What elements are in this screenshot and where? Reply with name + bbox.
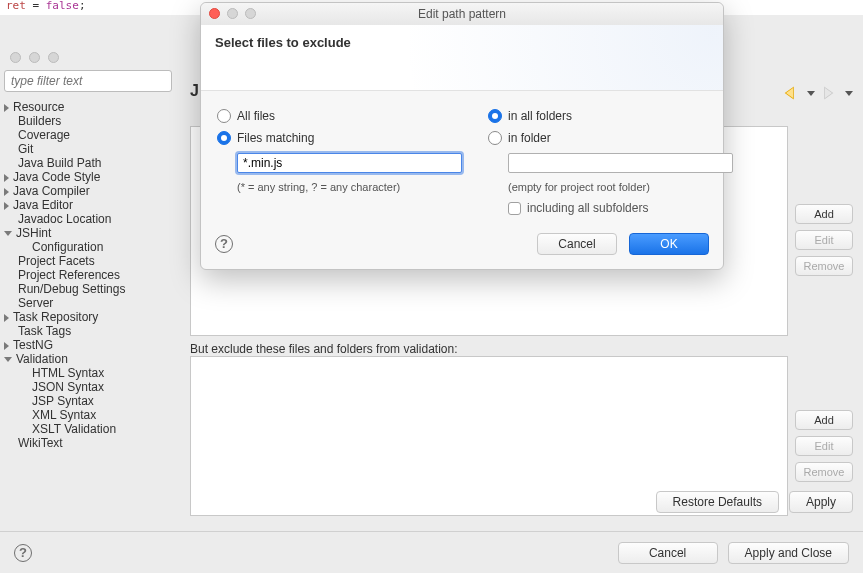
tree-item[interactable]: Git <box>4 142 182 156</box>
in-folder-radio[interactable]: in folder <box>488 131 733 145</box>
including-subfolders-checkbox[interactable]: including all subfolders <box>488 201 733 215</box>
modal-header: Select files to exclude <box>201 25 723 91</box>
tree-item[interactable]: Project Facets <box>4 254 182 268</box>
exclude-button-column: Add Edit Remove <box>795 410 853 482</box>
tree-item[interactable]: HTML Syntax <box>4 366 182 380</box>
modal-ok-button[interactable]: OK <box>629 233 709 255</box>
folder-input[interactable] <box>508 153 733 173</box>
tree-item[interactable]: Coverage <box>4 128 182 142</box>
forward-menu-icon[interactable] <box>845 91 853 96</box>
tree-item-label: JSP Syntax <box>32 394 94 408</box>
dialog-footer: ? Cancel Apply and Close <box>0 531 863 573</box>
tree-item[interactable]: TestNG <box>4 338 182 352</box>
radio-icon <box>217 109 231 123</box>
prefs-traffic-min[interactable] <box>29 52 40 63</box>
tree-item[interactable]: JSON Syntax <box>4 380 182 394</box>
tree-item-label: Java Build Path <box>18 156 101 170</box>
include-edit-button[interactable]: Edit <box>795 230 853 250</box>
tree-item-label: Builders <box>18 114 61 128</box>
in-all-folders-label: in all folders <box>508 109 572 123</box>
apply-button[interactable]: Apply <box>789 491 853 513</box>
tree-item-label: JSON Syntax <box>32 380 104 394</box>
tree-item-label: Server <box>18 296 53 310</box>
modal-titlebar[interactable]: Edit path pattern <box>201 3 723 25</box>
tree-item[interactable]: Validation <box>4 352 182 366</box>
preferences-tree: ResourceBuildersCoverageGitJava Build Pa… <box>4 100 182 450</box>
exclude-edit-button[interactable]: Edit <box>795 436 853 456</box>
modal-title: Edit path pattern <box>418 7 506 21</box>
include-button-column: Add Edit Remove <box>795 204 853 276</box>
chevron-down-icon[interactable] <box>4 231 12 236</box>
tree-item[interactable]: Java Compiler <box>4 184 182 198</box>
cancel-button[interactable]: Cancel <box>618 542 718 564</box>
tree-item-label: HTML Syntax <box>32 366 104 380</box>
tree-item-label: TestNG <box>13 338 53 352</box>
tree-item[interactable]: Project References <box>4 268 182 282</box>
radio-icon <box>217 131 231 145</box>
tree-item-label: Java Code Style <box>13 170 100 184</box>
prefs-traffic-close[interactable] <box>10 52 21 63</box>
back-icon[interactable] <box>783 86 801 100</box>
tree-item[interactable]: Task Repository <box>4 310 182 324</box>
chevron-right-icon[interactable] <box>4 342 9 350</box>
back-menu-icon[interactable] <box>807 91 815 96</box>
exclude-remove-button[interactable]: Remove <box>795 462 853 482</box>
chevron-right-icon[interactable] <box>4 314 9 322</box>
tree-item-label: Project Facets <box>18 254 95 268</box>
chevron-down-icon[interactable] <box>4 357 12 362</box>
files-matching-label: Files matching <box>237 131 314 145</box>
tree-item-label: Java Editor <box>13 198 73 212</box>
forward-icon[interactable] <box>821 86 839 100</box>
restore-defaults-button[interactable]: Restore Defaults <box>656 491 779 513</box>
folder-hint: (empty for project root folder) <box>508 181 733 193</box>
chevron-right-icon[interactable] <box>4 174 9 182</box>
modal-footer: ? Cancel OK <box>201 225 723 269</box>
tree-item[interactable]: Task Tags <box>4 324 182 338</box>
edit-path-pattern-dialog: Edit path pattern Select files to exclud… <box>200 2 724 270</box>
tree-item[interactable]: Java Build Path <box>4 156 182 170</box>
tree-item-label: Task Repository <box>13 310 98 324</box>
prefs-traffic-zoom[interactable] <box>48 52 59 63</box>
tree-item-label: Coverage <box>18 128 70 142</box>
chevron-right-icon[interactable] <box>4 202 9 210</box>
tree-item[interactable]: XML Syntax <box>4 408 182 422</box>
exclude-add-button[interactable]: Add <box>795 410 853 430</box>
tree-item[interactable]: XSLT Validation <box>4 422 182 436</box>
modal-cancel-button[interactable]: Cancel <box>537 233 617 255</box>
tree-item[interactable]: Builders <box>4 114 182 128</box>
files-matching-radio[interactable]: Files matching <box>217 131 462 145</box>
content-footer-buttons: Restore Defaults Apply <box>656 491 853 513</box>
modal-help-icon[interactable]: ? <box>215 235 233 253</box>
tree-item[interactable]: JSP Syntax <box>4 394 182 408</box>
tree-item[interactable]: Java Code Style <box>4 170 182 184</box>
exclude-label: But exclude these files and folders from… <box>190 342 457 356</box>
radio-icon <box>488 131 502 145</box>
tree-item[interactable]: Resource <box>4 100 182 114</box>
tree-item[interactable]: Javadoc Location <box>4 212 182 226</box>
tree-item[interactable]: Configuration <box>4 240 182 254</box>
tree-item[interactable]: Server <box>4 296 182 310</box>
filter-input[interactable] <box>4 70 172 92</box>
modal-body: All files in all folders Files matching … <box>201 91 723 225</box>
all-files-radio[interactable]: All files <box>217 109 462 123</box>
chevron-right-icon[interactable] <box>4 104 9 112</box>
tree-item[interactable]: Run/Debug Settings <box>4 282 182 296</box>
all-files-label: All files <box>237 109 275 123</box>
tree-item[interactable]: WikiText <box>4 436 182 450</box>
tree-item[interactable]: Java Editor <box>4 198 182 212</box>
include-add-button[interactable]: Add <box>795 204 853 224</box>
including-subfolders-label: including all subfolders <box>527 201 648 215</box>
modal-close-icon[interactable] <box>209 8 220 19</box>
files-matching-input[interactable] <box>237 153 462 173</box>
modal-min-icon <box>227 8 238 19</box>
apply-and-close-button[interactable]: Apply and Close <box>728 542 849 564</box>
tree-item[interactable]: JSHint <box>4 226 182 240</box>
chevron-right-icon[interactable] <box>4 188 9 196</box>
include-remove-button[interactable]: Remove <box>795 256 853 276</box>
in-all-folders-radio[interactable]: in all folders <box>488 109 733 123</box>
tree-item-label: Java Compiler <box>13 184 90 198</box>
modal-zoom-icon <box>245 8 256 19</box>
tree-item-label: XML Syntax <box>32 408 96 422</box>
help-icon[interactable]: ? <box>14 544 32 562</box>
tree-item-label: Git <box>18 142 33 156</box>
